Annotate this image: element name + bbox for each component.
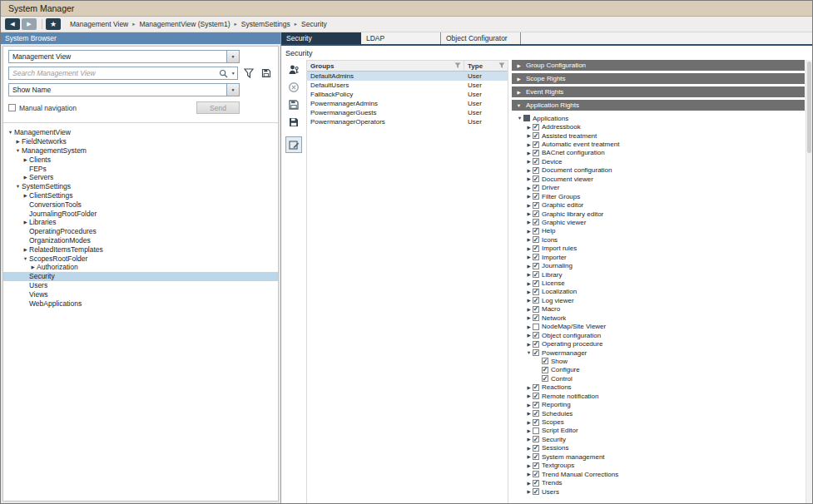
application-right-item[interactable]: ▼ Applications (512, 114, 805, 122)
favorites-button[interactable]: ★ (46, 18, 61, 30)
tree-item[interactable]: ▼ ManagementSystem (3, 146, 278, 156)
application-right-item[interactable]: ▶ Help (512, 227, 805, 235)
application-right-item[interactable]: ▶ Automatic event treatment (512, 140, 805, 148)
filter-funnel-icon[interactable] (498, 62, 505, 69)
application-right-item[interactable]: ▶ Textgroups (512, 462, 805, 470)
tree-item[interactable]: ▼ ScopesRootFolder (3, 254, 278, 263)
expander-icon[interactable]: ▶ (525, 307, 533, 312)
group-row[interactable]: DefaultUsers User (307, 81, 508, 90)
right-checkbox[interactable] (533, 193, 539, 200)
right-checkbox[interactable] (533, 150, 539, 156)
application-right-item[interactable]: ▶ Sessions (512, 444, 805, 452)
expander-icon[interactable]: ▶ (22, 193, 29, 198)
right-checkbox[interactable] (533, 410, 539, 417)
expander-icon[interactable]: ▶ (525, 454, 533, 459)
breadcrumb-item[interactable]: Management View (70, 20, 128, 28)
save-button[interactable] (285, 96, 302, 113)
tree-item[interactable]: Security (3, 272, 278, 281)
tree-item[interactable]: WebApplications (3, 299, 278, 308)
application-right-item[interactable]: ▶ Schedules (512, 409, 805, 418)
right-checkbox[interactable] (533, 445, 539, 452)
right-checkbox[interactable] (533, 306, 539, 313)
expander-icon[interactable]: ▶ (22, 157, 29, 162)
expander-icon[interactable]: ▶ (525, 151, 533, 156)
tree-item[interactable]: ▶ Clients (3, 155, 278, 164)
display-mode-dropdown[interactable]: Show Name ▼ (8, 83, 240, 96)
right-checkbox[interactable] (533, 393, 539, 399)
group-row[interactable]: FallbackPolicy User (307, 90, 508, 99)
tree-item[interactable]: OperatingProcedures (3, 227, 278, 236)
expander-icon[interactable]: ▶ (525, 489, 533, 494)
right-checkbox[interactable] (533, 349, 539, 356)
expander-icon[interactable]: ▶ (525, 437, 533, 442)
expander-icon[interactable]: ▶ (525, 481, 533, 486)
right-checkbox[interactable] (533, 471, 539, 477)
tree-item[interactable]: JournalingRootFolder (3, 209, 278, 218)
search-icon[interactable] (217, 67, 229, 79)
right-checkbox[interactable] (533, 236, 539, 243)
right-checkbox[interactable] (533, 185, 539, 191)
breadcrumb-item[interactable]: SystemSettings (241, 20, 290, 28)
edit-properties-button[interactable] (285, 136, 302, 153)
expander-icon[interactable]: ▶ (525, 254, 533, 259)
right-checkbox[interactable] (533, 210, 539, 217)
forward-button[interactable]: ▶ (22, 18, 37, 30)
tree-item[interactable]: ▶ Libraries (3, 218, 278, 227)
scrollbar-thumb[interactable] (807, 62, 811, 153)
right-checkbox[interactable] (533, 488, 539, 495)
vertical-scrollbar[interactable] (806, 60, 812, 503)
expander-icon[interactable]: ▶ (22, 220, 29, 225)
expander-icon[interactable]: ▶ (525, 385, 533, 390)
application-right-item[interactable]: ▶ Library (512, 270, 805, 279)
right-checkbox[interactable] (533, 324, 539, 330)
tree-item[interactable]: ▶ Servers (3, 173, 278, 182)
chevron-down-icon[interactable]: ▼ (226, 51, 239, 62)
tab-security[interactable]: Security (281, 32, 361, 44)
application-right-item[interactable]: ▶ Addressbook (512, 122, 805, 131)
right-checkbox[interactable] (533, 384, 539, 391)
tree-item[interactable]: ▼ ManagementView (3, 128, 278, 137)
expander-icon[interactable]: ▶ (525, 298, 533, 303)
application-right-item[interactable]: ▶ Icons (512, 235, 805, 244)
application-right-item[interactable]: ▶ Object configuration (512, 331, 805, 339)
right-checkbox[interactable] (533, 419, 539, 426)
group-row[interactable]: PowermanagerAdmins User (307, 99, 508, 108)
application-right-item[interactable]: ▶ BACnet configuration (512, 149, 805, 157)
application-right-item[interactable]: ▶ Journaling (512, 261, 805, 269)
expander-icon[interactable]: ▼ (22, 256, 29, 261)
right-checkbox[interactable] (533, 297, 539, 304)
application-right-item[interactable]: ▶ Localization (512, 288, 805, 296)
section-scope-rights[interactable]: ▶ Scope Rights (512, 73, 805, 84)
expander-icon[interactable]: ▶ (525, 342, 533, 347)
application-right-item[interactable]: Configure (512, 366, 805, 374)
expander-icon[interactable]: ▶ (29, 264, 37, 269)
tree-item[interactable]: ConversionTools (3, 200, 278, 209)
search-input[interactable] (9, 69, 217, 77)
expander-icon[interactable]: ▶ (525, 176, 533, 181)
application-right-item[interactable]: ▶ Users (512, 487, 805, 496)
right-checkbox[interactable] (533, 289, 539, 295)
breadcrumb-item[interactable]: ManagementView (System1) (140, 20, 231, 28)
tree-item[interactable]: FEPs (3, 164, 278, 173)
expander-icon[interactable]: ▶ (525, 246, 533, 251)
right-checkbox[interactable] (533, 341, 539, 348)
expander-icon[interactable]: ▶ (525, 203, 533, 208)
expander-icon[interactable]: ▶ (525, 220, 533, 225)
expander-icon[interactable]: ▶ (525, 211, 533, 216)
tab-object-configurator[interactable]: Object Configurator (441, 32, 521, 44)
right-checkbox[interactable] (533, 141, 539, 148)
expander-icon[interactable]: ▼ (14, 148, 22, 153)
expander-icon[interactable]: ▶ (525, 472, 533, 477)
right-checkbox[interactable] (533, 280, 539, 287)
back-button[interactable]: ◀ (5, 18, 20, 30)
column-header-groups[interactable]: Groups (307, 61, 464, 71)
filter-funnel-icon[interactable] (454, 62, 461, 69)
application-right-item[interactable]: ▶ Driver (512, 184, 805, 192)
expander-icon[interactable]: ▶ (525, 229, 533, 234)
tree-item[interactable]: Users (3, 281, 278, 290)
right-checkbox[interactable] (533, 453, 539, 460)
application-right-item[interactable]: ▶ Reactions (512, 383, 805, 392)
right-checkbox[interactable] (533, 263, 539, 269)
expander-icon[interactable]: ▶ (525, 324, 533, 329)
right-checkbox[interactable] (523, 115, 530, 121)
